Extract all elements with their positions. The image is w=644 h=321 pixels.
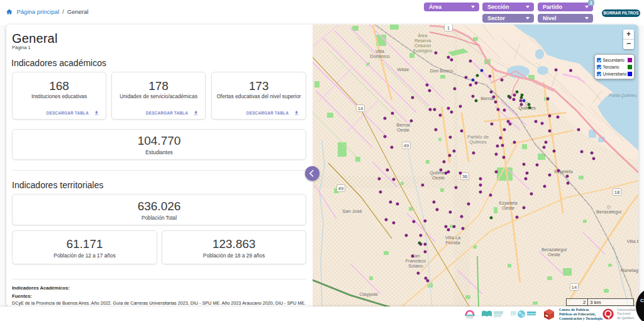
svg-text:14: 14 xyxy=(358,106,363,111)
svg-text:Claypole: Claypole xyxy=(359,291,377,297)
svg-text:Don Bosco: Don Bosco xyxy=(430,68,453,74)
svg-text:36: 36 xyxy=(462,174,467,179)
svg-text:49: 49 xyxy=(338,186,343,191)
svg-text:Florida: Florida xyxy=(446,240,461,245)
svg-text:Ranelagh: Ranelagh xyxy=(621,268,638,273)
svg-text:San José: San José xyxy=(342,208,362,214)
svg-text:14: 14 xyxy=(572,284,577,290)
svg-text:Área: Área xyxy=(418,33,428,38)
svg-text:Oeste: Oeste xyxy=(548,252,560,257)
svg-text:Villa Es: Villa Es xyxy=(627,239,638,244)
svg-text:Wilde: Wilde xyxy=(397,67,409,72)
svg-text:Berazategui: Berazategui xyxy=(596,209,621,215)
svg-text:Oeste: Oeste xyxy=(432,175,445,181)
svg-text:Ezpeleta: Ezpeleta xyxy=(554,169,573,174)
svg-text:Ecológico: Ecológico xyxy=(413,48,432,54)
svg-text:Quilmes: Quilmes xyxy=(469,139,487,145)
svg-text:18: 18 xyxy=(614,189,619,195)
svg-text:49: 49 xyxy=(404,143,409,149)
svg-text:Punta Quilmes: Punta Quilmes xyxy=(609,93,637,98)
svg-text:Dominico: Dominico xyxy=(370,54,389,59)
svg-text:Solano: Solano xyxy=(408,263,423,269)
svg-text:Oeste: Oeste xyxy=(502,205,514,211)
svg-text:Oeste: Oeste xyxy=(397,127,409,133)
svg-text:Cinturón: Cinturón xyxy=(414,43,431,48)
svg-text:1: 1 xyxy=(447,25,450,31)
svg-text:Reserva: Reserva xyxy=(414,38,431,43)
